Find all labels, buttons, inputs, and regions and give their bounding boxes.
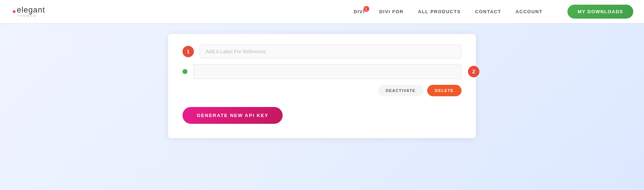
logo-sub: themes — [17, 14, 37, 18]
nav-divi-for[interactable]: DIVI FOR — [379, 9, 404, 14]
header: ✦ elegant themes DIVI 1 DIVI FOR ALL PRO… — [0, 0, 644, 23]
main-nav: DIVI 1 DIVI FOR ALL PRODUCTS CONTACT ACC… — [354, 5, 633, 19]
api-row-1: 1 — [182, 45, 462, 58]
nav-account[interactable]: ACCOUNT — [516, 9, 543, 14]
logo-text: elegant themes — [17, 6, 45, 18]
api-key-wrapper: 2 — [193, 64, 462, 79]
nav-contact[interactable]: CONTACT — [475, 9, 501, 14]
my-downloads-button[interactable]: MY DOWNLOADS — [567, 5, 633, 19]
logo-name: elegant — [17, 6, 45, 14]
bottom-action-buttons: DEACTIVATE DELETE — [182, 85, 462, 96]
logo-star-icon: ✦ — [11, 8, 17, 16]
nav-all-products[interactable]: ALL PRODUCTS — [418, 9, 461, 14]
delete-button-bottom[interactable]: DELETE — [427, 85, 462, 96]
api-card: 1 2 DEACTIVATE DELETE GENERATE NEW API K… — [168, 34, 476, 138]
step-badge-2: 2 — [468, 66, 479, 77]
step-badge-1: 1 — [182, 46, 194, 57]
api-key-input[interactable] — [193, 64, 462, 79]
main-content: DEACTIVATE DELETE 1 2 DEACTIVATE DELETE — [0, 23, 644, 190]
generate-api-key-button[interactable]: GENERATE NEW API KEY — [182, 107, 283, 124]
label-input[interactable] — [200, 45, 462, 58]
deactivate-button-bottom[interactable]: DEACTIVATE — [378, 85, 424, 96]
status-dot-active — [182, 69, 187, 74]
nav-divi[interactable]: DIVI 1 — [354, 9, 365, 14]
divi-badge: 1 — [364, 6, 369, 12]
logo: ✦ elegant themes — [11, 6, 45, 18]
content-area: DEACTIVATE DELETE 1 2 DEACTIVATE DELETE — [168, 34, 476, 138]
api-key-row: 2 — [182, 64, 462, 79]
